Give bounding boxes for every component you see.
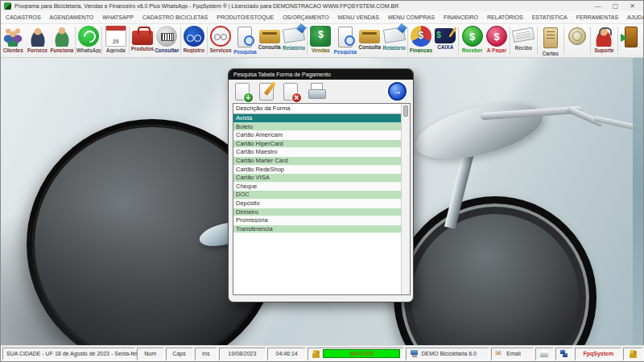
status-user: MASTER <box>308 348 404 360</box>
dialog-toolbar: + × → <box>229 80 413 103</box>
list-item[interactable]: Cartão VISA <box>233 174 401 183</box>
toolbar-moeda[interactable] <box>565 24 589 57</box>
toolbar-financas[interactable]: Finanças <box>409 24 433 57</box>
toolbar-pesquisa-os[interactable]: Pesquisa <box>233 24 257 57</box>
list-item[interactable]: Avista <box>233 114 401 123</box>
menu-relatorios[interactable]: RELATÓRIOS <box>487 14 523 20</box>
toolbar-pesquisa-vendas[interactable]: Pesquisa <box>333 24 357 57</box>
payment-form-search-dialog: Pesquisa Tabela Forma de Pagamento + × →… <box>228 68 414 302</box>
toolbar-relatorio-vendas[interactable]: Relatório <box>382 24 406 57</box>
bike-registry-icon <box>184 26 204 47</box>
menu-whatsapp[interactable]: WHATSAPP <box>102 14 134 20</box>
toolbar-vendas[interactable]: Vendas <box>308 24 332 57</box>
list-item[interactable]: Dinheiro <box>233 208 401 217</box>
toolbar-consultar[interactable]: Consultar <box>155 24 179 57</box>
toolbar-whatsapp[interactable]: WhatsApp <box>76 24 101 57</box>
toolbar-agenda[interactable]: 29 Agenda <box>103 24 127 57</box>
continue-arrow-button[interactable]: → <box>388 82 407 101</box>
list-item[interactable]: Cheque <box>233 183 401 191</box>
status-network[interactable] <box>555 348 574 360</box>
status-time: 04:46:14 <box>267 348 307 360</box>
delete-record-button[interactable]: × <box>283 83 298 101</box>
search-docs-icon <box>237 27 252 47</box>
menu-os-orcamento[interactable]: OS/ORÇAMENTO <box>283 14 328 20</box>
menu-ferramentas[interactable]: FERRAMENTAS <box>576 14 618 20</box>
menu-financeiro[interactable]: FINANCEIRO <box>444 14 478 20</box>
toolbar-fornecedor[interactable]: Fornece <box>25 24 49 57</box>
menu-menu-vendas[interactable]: MENU VENDAS <box>338 14 379 20</box>
list-item[interactable]: Cartão HiperCard <box>233 140 401 149</box>
toolbar-separator <box>537 27 538 55</box>
toolbar-consulta-vendas[interactable]: Consulta <box>357 24 382 57</box>
logged-user-badge: MASTER <box>323 349 400 358</box>
status-printer[interactable] <box>535 348 554 360</box>
list-item[interactable]: Promissória <box>233 216 401 225</box>
list-item[interactable]: Cartão Marter Card <box>233 157 401 166</box>
list-item[interactable]: DOC <box>233 191 401 200</box>
menu-ajuda[interactable]: AJUDA <box>627 14 644 20</box>
toolbar-registro[interactable]: Registro <box>182 24 206 57</box>
calendar-icon: 29 <box>105 26 126 47</box>
users-icon <box>312 349 320 358</box>
toolbar-separator <box>129 27 130 55</box>
toolbar-funcionario[interactable]: Funciona <box>50 24 74 57</box>
maximize-button[interactable]: ▢ <box>613 2 619 10</box>
delete-x-icon: × <box>291 93 302 103</box>
list-scrollbar[interactable] <box>401 104 410 294</box>
toolbar-cartas[interactable]: Cartas <box>539 24 563 57</box>
menu-cadastros[interactable]: CADASTROS <box>6 14 41 20</box>
toolbar-separator <box>510 27 510 55</box>
toolbar-separator <box>617 27 618 55</box>
status-email[interactable]: ✉ Email <box>491 348 533 360</box>
finance-pie-icon <box>411 26 431 47</box>
toolbar-separator <box>407 27 408 55</box>
list-item[interactable]: Cartão Americam <box>233 131 401 140</box>
toolbar-recibo[interactable]: Recibo <box>511 24 535 57</box>
cashbook-icon <box>435 28 456 43</box>
add-record-button[interactable]: + <box>235 83 250 101</box>
edit-record-button[interactable] <box>259 83 274 101</box>
add-plus-icon: + <box>243 93 254 103</box>
whatsapp-icon <box>78 26 99 47</box>
menu-agendamento[interactable]: AGENDAMENTO <box>50 14 94 20</box>
toolbar-separator <box>564 27 564 55</box>
print-button[interactable] <box>308 83 325 101</box>
toolbar-receber[interactable]: Receber <box>460 24 484 57</box>
minimize-button[interactable]: — <box>595 2 601 10</box>
user-icon <box>629 349 638 358</box>
status-insert: Ins <box>195 348 217 360</box>
menu-estatistica[interactable]: ESTATISTICA <box>532 14 568 20</box>
list-item[interactable]: Boleto <box>233 123 401 132</box>
toolbar-separator <box>75 27 76 55</box>
toolbar-servicos[interactable]: Serviços <box>208 24 233 57</box>
toolbar-separator <box>307 27 308 55</box>
toolbar-separator <box>458 27 459 55</box>
toolbar-consulta-os[interactable]: Consulta <box>258 24 282 57</box>
list-item[interactable]: Cartão Maestro <box>233 148 401 157</box>
close-button[interactable]: ✕ <box>630 2 635 10</box>
toolbar-suporte[interactable]: Suporte <box>592 24 616 57</box>
menu-cadastro-bicicletas[interactable]: CADASTRO BICICLETAS <box>142 14 208 20</box>
menu-produto-estoque[interactable]: PRODUTO/ESTOQUE <box>217 14 274 20</box>
toolbar-a-pagar[interactable]: A Pagar <box>485 24 509 57</box>
supplier-icon <box>27 26 48 47</box>
dialog-title: Pesquisa Tabela Forma de Pagamento <box>233 72 331 77</box>
letters-icon <box>543 27 558 48</box>
services-icon <box>210 26 231 47</box>
toolbar-sair[interactable] <box>619 24 643 57</box>
list-item[interactable]: Depósito <box>233 200 401 208</box>
coin-icon <box>568 27 586 45</box>
list-item[interactable]: Transferencia <box>233 225 401 234</box>
toolbar-clientes[interactable]: Clientes <box>1 24 25 57</box>
toolbar-relatorio-os[interactable]: Relatório <box>282 24 306 57</box>
toolbar-caixa[interactable]: CAIXA <box>433 24 457 57</box>
edit-pencil-icon <box>264 81 276 95</box>
status-system: DEMO Bicicletaria 6.0 <box>406 348 489 360</box>
scrollbar-thumb[interactable] <box>403 105 408 117</box>
menu-menu-compras[interactable]: MENU COMPRAS <box>388 14 435 20</box>
dialog-titlebar[interactable]: Pesquisa Tabela Forma de Pagamento <box>229 69 413 80</box>
employee-icon <box>52 26 72 47</box>
exit-door-icon <box>625 27 638 47</box>
toolbar-produtos[interactable]: Produtos <box>130 24 155 57</box>
list-item[interactable]: Cartão RedeShop <box>233 166 401 175</box>
